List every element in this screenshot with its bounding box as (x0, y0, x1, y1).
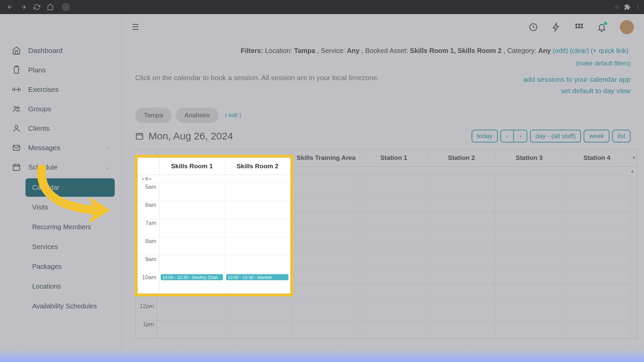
calendar-cell[interactable] (495, 302, 563, 320)
calendar-cell[interactable] (292, 284, 360, 302)
forward-icon[interactable] (20, 4, 27, 10)
sidebar-sub-packages[interactable]: Packages (25, 257, 115, 276)
calendar-cell[interactable] (292, 266, 360, 284)
lightning-icon[interactable] (551, 22, 561, 32)
menu-dots-icon[interactable]: ⋮ (635, 4, 641, 10)
sidebar-sub-recurring[interactable]: Recurring Members (25, 218, 115, 236)
sidebar-label: Dashboard (28, 47, 63, 55)
calendar-cell[interactable] (428, 230, 495, 248)
calendar-row[interactable]: 1pm (136, 320, 637, 339)
calendar-cell[interactable] (428, 266, 495, 284)
calendar-cell[interactable] (428, 284, 495, 302)
calendar-cell[interactable] (495, 230, 563, 248)
calendar-cell[interactable] (563, 302, 631, 320)
sidebar-item-plans[interactable]: Plans (0, 60, 121, 80)
sidebar-label: Clients (28, 124, 50, 132)
calendar-cell[interactable] (563, 320, 631, 338)
calendar-cell[interactable] (360, 212, 428, 230)
svg-point-3 (15, 125, 18, 128)
calendar-cell[interactable] (563, 248, 631, 266)
calendar-cell[interactable] (428, 212, 495, 230)
calendar-cell[interactable] (428, 248, 495, 266)
calendar-cell[interactable] (360, 176, 428, 193)
week-button[interactable]: week (584, 130, 609, 142)
avatar[interactable] (620, 20, 634, 34)
calendar-row[interactable]: 12pm (136, 302, 637, 320)
sidebar-item-schedule[interactable]: Schedule ⌄ (0, 158, 121, 177)
today-button[interactable]: today (472, 130, 498, 142)
sidebar-sub-locations[interactable]: Locations (25, 277, 115, 296)
topbar: ☰ (122, 14, 644, 40)
home-icon[interactable] (47, 4, 54, 10)
calendar-cell[interactable] (495, 284, 563, 302)
filters-clear-link[interactable]: (clear) (570, 47, 589, 54)
location-tab-tampa[interactable]: Tampa (135, 108, 172, 123)
calendar-cell[interactable] (495, 194, 563, 212)
extensions-icon[interactable] (624, 4, 631, 10)
sidebar-item-groups[interactable]: Groups (0, 99, 121, 119)
reload-icon[interactable] (34, 4, 40, 10)
apps-grid-icon[interactable] (574, 22, 584, 32)
column-header: Station 3 (495, 149, 563, 166)
add-sessions-link[interactable]: add sessions to your calendar app (523, 74, 631, 85)
location-tab-anaheim[interactable]: Anaheim (176, 108, 218, 123)
clock-icon[interactable] (529, 22, 538, 32)
calendar-cell[interactable] (563, 194, 631, 212)
calendar-cell[interactable] (292, 212, 360, 230)
calendar-cell[interactable] (157, 302, 225, 320)
calendar-cell[interactable] (292, 230, 360, 248)
calendar-cell[interactable] (563, 212, 631, 230)
calendar-cell[interactable] (360, 320, 428, 338)
calendar-cell[interactable] (428, 194, 495, 212)
calendar-cell[interactable] (563, 176, 631, 193)
sidebar-sub-services[interactable]: Services (25, 238, 115, 256)
calendar-cell[interactable] (428, 320, 495, 338)
bell-icon[interactable] (597, 22, 606, 32)
calendar-cell[interactable] (360, 230, 428, 248)
location-tabs-edit[interactable]: ( edit ) (225, 112, 241, 119)
filter-asset-label: , Booked Asset: (362, 47, 408, 54)
filters-quick-link[interactable]: (+ quick link) (591, 47, 629, 54)
calendar-cell[interactable] (157, 320, 225, 338)
list-button[interactable]: list (612, 130, 631, 142)
set-default-link[interactable]: set default to day view (523, 85, 631, 97)
calendar-cell[interactable] (563, 230, 631, 248)
calendar-cell[interactable] (292, 320, 360, 338)
calendar-cell[interactable] (495, 320, 563, 338)
sidebar-sub-availability[interactable]: Availability Schedules (25, 297, 115, 315)
sidebar-item-messages[interactable]: Messages › (0, 138, 121, 158)
calendar-cell[interactable] (495, 248, 563, 266)
calendar-cell[interactable] (563, 266, 631, 284)
calendar-cell[interactable] (360, 194, 428, 212)
calendar-cell[interactable] (360, 266, 428, 284)
calendar-cell[interactable] (495, 212, 563, 230)
calendar-cell[interactable] (495, 176, 563, 193)
prev-arrow-button[interactable]: ‹ (500, 130, 514, 142)
calendar-cell[interactable] (428, 176, 495, 193)
calendar-cell[interactable] (428, 302, 495, 320)
make-default-link[interactable]: (make default filters) (122, 58, 644, 69)
next-arrow-button[interactable]: › (514, 130, 527, 142)
sidebar-item-clients[interactable]: Clients (0, 119, 121, 138)
sidebar-item-exercises[interactable]: Exercises (0, 80, 121, 99)
back-icon[interactable] (7, 4, 13, 10)
calendar-cell[interactable] (292, 302, 360, 320)
star-icon[interactable]: ☆ (614, 4, 619, 10)
hamburger-icon[interactable]: ☰ (132, 22, 139, 32)
calendar-cell[interactable] (292, 248, 360, 266)
calendar-cell[interactable] (360, 248, 428, 266)
scroll-up-icon[interactable]: ▲ (630, 169, 634, 173)
calendar-cell[interactable] (360, 284, 428, 302)
calendar-cell[interactable] (225, 302, 292, 320)
day-all-button[interactable]: day - (all staff) (530, 130, 581, 142)
calendar-cell[interactable] (360, 302, 428, 320)
calendar-cell[interactable] (292, 194, 360, 212)
calendar-cell[interactable] (225, 320, 292, 338)
sidebar-sub-visits[interactable]: Visits (25, 198, 115, 217)
sidebar-item-dashboard[interactable]: Dashboard (0, 41, 121, 60)
calendar-cell[interactable] (563, 284, 631, 302)
calendar-cell[interactable] (292, 176, 360, 193)
filters-edit-link[interactable]: (edit) (553, 47, 568, 54)
calendar-cell[interactable] (495, 266, 563, 284)
sidebar-sub-calendar[interactable]: Calendar (25, 178, 115, 197)
